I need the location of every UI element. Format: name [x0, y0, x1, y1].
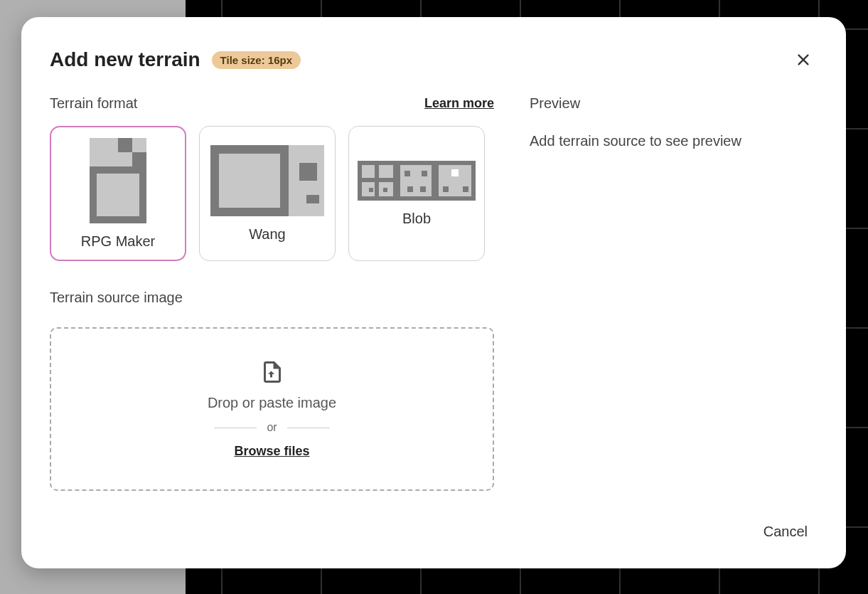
svg-rect-28 — [451, 169, 459, 176]
wang-thumb-icon — [210, 145, 324, 216]
tile-size-badge: Tile size: 16px — [212, 51, 301, 69]
svg-rect-18 — [400, 165, 432, 196]
svg-rect-7 — [90, 166, 146, 174]
preview-label: Preview — [530, 95, 818, 112]
svg-rect-3 — [118, 138, 132, 152]
blob-thumb-icon — [358, 161, 476, 201]
add-terrain-modal: Add new terrain Tile size: 16px Terrain … — [21, 17, 846, 568]
right-column: Preview Add terrain source to see previe… — [530, 95, 818, 516]
svg-rect-14 — [299, 163, 317, 181]
svg-rect-26 — [407, 186, 413, 192]
svg-rect-11 — [280, 145, 289, 216]
format-card-wang[interactable]: Wang — [199, 126, 336, 261]
dropzone[interactable]: Drop or paste image or Browse files — [50, 327, 494, 491]
svg-rect-15 — [306, 195, 319, 203]
svg-rect-12 — [210, 145, 289, 154]
svg-rect-23 — [383, 188, 387, 192]
svg-rect-5 — [90, 166, 97, 223]
format-card-blob[interactable]: Blob — [348, 126, 485, 261]
svg-rect-21 — [362, 178, 393, 182]
svg-rect-25 — [422, 171, 427, 176]
format-card-label: RPG Maker — [81, 233, 155, 250]
source-label: Terrain source image — [50, 290, 494, 306]
svg-rect-29 — [443, 186, 449, 192]
modal-footer: Cancel — [50, 516, 818, 547]
svg-rect-30 — [463, 186, 468, 192]
modal-body: Terrain format Learn more RPG Maker — [50, 95, 818, 516]
modal-header: Add new terrain Tile size: 16px — [50, 46, 818, 74]
format-cards: RPG Maker Wang — [50, 126, 494, 261]
browse-files-link[interactable]: Browse files — [234, 444, 309, 459]
modal-title: Add new terrain — [50, 48, 200, 71]
format-heading-row: Terrain format Learn more — [50, 95, 494, 112]
or-text: or — [267, 421, 277, 434]
close-button[interactable] — [789, 46, 818, 74]
drop-text: Drop or paste image — [208, 395, 336, 411]
upload-file-icon — [259, 359, 285, 385]
cancel-button[interactable]: Cancel — [754, 516, 818, 547]
svg-rect-22 — [369, 188, 373, 192]
svg-rect-6 — [139, 166, 146, 223]
svg-rect-8 — [90, 216, 146, 223]
preview-empty-text: Add terrain source to see preview — [530, 133, 818, 149]
svg-rect-10 — [210, 145, 219, 216]
svg-rect-24 — [404, 171, 410, 176]
rpg-maker-thumb-icon — [90, 138, 146, 223]
format-label: Terrain format — [50, 95, 137, 112]
format-card-rpg-maker[interactable]: RPG Maker — [50, 126, 186, 261]
learn-more-link[interactable]: Learn more — [424, 96, 494, 111]
left-column: Terrain format Learn more RPG Maker — [50, 95, 494, 516]
svg-rect-4 — [132, 152, 146, 166]
svg-rect-13 — [210, 208, 289, 216]
or-divider: or — [214, 421, 329, 434]
format-card-label: Wang — [249, 226, 286, 243]
svg-rect-27 — [420, 186, 426, 192]
format-card-label: Blob — [402, 211, 431, 227]
close-icon — [795, 52, 811, 68]
